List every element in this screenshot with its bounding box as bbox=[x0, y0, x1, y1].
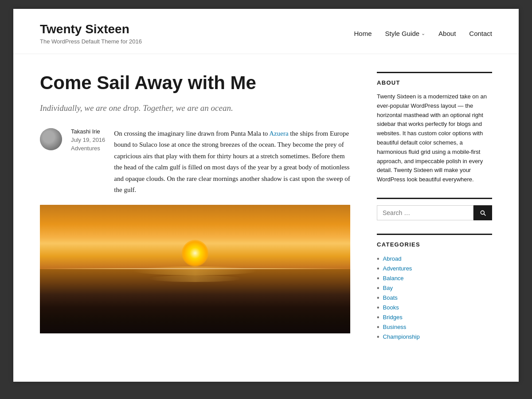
sidebar-about-rule bbox=[377, 72, 492, 73]
sidebar-categories-section: CATEGORIES • Abroad • Adventures • Balan… bbox=[377, 234, 492, 342]
search-button[interactable] bbox=[473, 205, 492, 220]
post-subtitle: Individually, we are one drop. Together,… bbox=[40, 102, 350, 115]
category-boats[interactable]: Boats bbox=[383, 294, 398, 301]
list-item: • Adventures bbox=[377, 264, 492, 274]
sidebar-about-section: ABOUT Twenty Sixteen is a modernized tak… bbox=[377, 72, 492, 184]
nav-home[interactable]: Home bbox=[354, 30, 372, 37]
sidebar-search-rule bbox=[377, 198, 492, 199]
list-item: • Balance bbox=[377, 274, 492, 283]
sun-glow bbox=[182, 240, 208, 266]
category-championship[interactable]: Championship bbox=[383, 333, 420, 340]
post-date: July 19, 2016 bbox=[71, 137, 105, 143]
nav-style-guide[interactable]: Style Guide ⌄ bbox=[385, 30, 426, 37]
avatar-img bbox=[40, 128, 62, 150]
main-content: Come Sail Away with Me Individually, we … bbox=[40, 72, 350, 355]
site-title[interactable]: Twenty Sixteen bbox=[40, 22, 142, 36]
sidebar-about-heading: ABOUT bbox=[377, 79, 492, 86]
list-item: • Championship bbox=[377, 332, 492, 342]
list-item: • Abroad bbox=[377, 254, 492, 264]
category-business[interactable]: Business bbox=[383, 324, 407, 330]
author-avatar bbox=[40, 128, 62, 150]
sidebar-categories-rule bbox=[377, 234, 492, 235]
search-row bbox=[377, 205, 492, 220]
list-item: • Books bbox=[377, 303, 492, 313]
cat-bullet: • bbox=[377, 333, 379, 340]
post-body-text-wrapper: On crossing the imaginary line drawn fro… bbox=[114, 128, 350, 196]
cat-bullet: • bbox=[377, 275, 379, 282]
cat-bullet: • bbox=[377, 265, 379, 272]
content-area: Come Sail Away with Me Individually, we … bbox=[13, 54, 519, 382]
category-bay[interactable]: Bay bbox=[383, 285, 393, 291]
cat-bullet: • bbox=[377, 314, 379, 321]
cat-bullet: • bbox=[377, 294, 379, 301]
list-item: • Business bbox=[377, 322, 492, 332]
list-item: • Bay bbox=[377, 283, 492, 293]
author-name: Takashi Irie bbox=[71, 128, 105, 135]
category-balance[interactable]: Balance bbox=[383, 275, 404, 282]
cat-bullet: • bbox=[377, 255, 379, 262]
category-books[interactable]: Books bbox=[383, 304, 399, 311]
list-item: • Boats bbox=[377, 293, 492, 303]
cat-bullet: • bbox=[377, 285, 379, 292]
post-meta-row: Takashi Irie July 19, 2016 Adventures On… bbox=[40, 128, 350, 196]
sidebar-search-section bbox=[377, 198, 492, 220]
post-article: Come Sail Away with Me Individually, we … bbox=[40, 72, 350, 333]
page-wrapper: Twenty Sixteen The WordPress Default The… bbox=[13, 9, 519, 382]
water-shimmer2 bbox=[149, 275, 242, 282]
nav-contact[interactable]: Contact bbox=[469, 30, 492, 37]
about-text: Twenty Sixteen is a modernized take on a… bbox=[377, 92, 492, 184]
post-category[interactable]: Adventures bbox=[71, 145, 105, 152]
nav-about[interactable]: About bbox=[438, 30, 456, 37]
category-adventures[interactable]: Adventures bbox=[383, 265, 412, 272]
categories-list: • Abroad • Adventures • Balance • Bay bbox=[377, 254, 492, 342]
post-image bbox=[40, 205, 350, 333]
post-meta: Takashi Irie July 19, 2016 Adventures bbox=[71, 128, 105, 152]
nav-style-guide-label: Style Guide bbox=[385, 30, 420, 37]
site-header: Twenty Sixteen The WordPress Default The… bbox=[13, 9, 519, 54]
cat-bullet: • bbox=[377, 324, 379, 331]
chevron-down-icon: ⌄ bbox=[421, 31, 425, 36]
list-item: • Bridges bbox=[377, 313, 492, 322]
category-abroad[interactable]: Abroad bbox=[383, 255, 402, 262]
site-description: The WordPress Default Theme for 2016 bbox=[40, 38, 142, 45]
sidebar: ABOUT Twenty Sixteen is a modernized tak… bbox=[377, 72, 492, 355]
search-icon bbox=[479, 209, 486, 216]
category-bridges[interactable]: Bridges bbox=[383, 314, 403, 321]
main-nav: Home Style Guide ⌄ About Contact bbox=[354, 30, 492, 37]
azuera-link[interactable]: Azuera bbox=[269, 130, 288, 137]
post-title: Come Sail Away with Me bbox=[40, 72, 350, 94]
search-input[interactable] bbox=[377, 205, 473, 220]
sidebar-categories-heading: CATEGORIES bbox=[377, 241, 492, 248]
post-body-text: On crossing the imaginary line drawn fro… bbox=[114, 128, 350, 196]
cat-bullet: • bbox=[377, 304, 379, 311]
site-branding: Twenty Sixteen The WordPress Default The… bbox=[40, 22, 142, 45]
